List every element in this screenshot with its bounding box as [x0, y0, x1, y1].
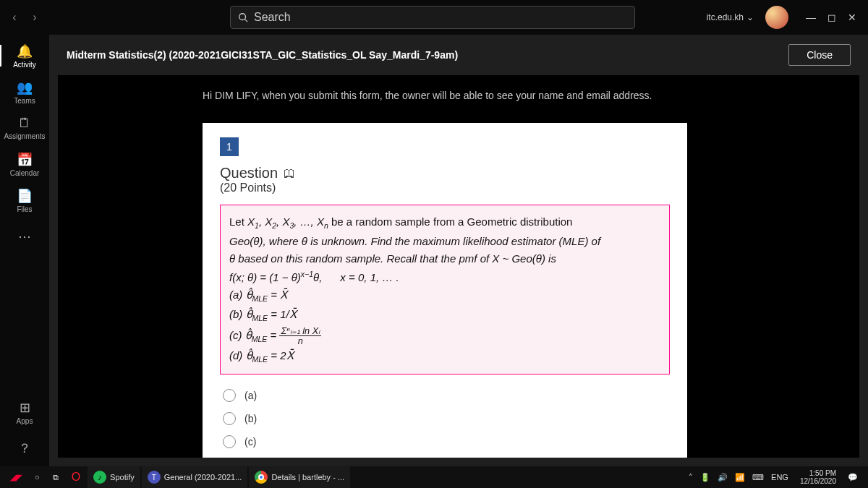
assignments-icon: 🗒 — [18, 116, 31, 131]
bell-icon: 🔔 — [17, 43, 33, 59]
taskbar-spotify[interactable]: ♪ Spotify — [88, 466, 140, 488]
question-body: Let X1, X2, X3, …, Xn be a random sample… — [220, 205, 670, 374]
svg-line-1 — [245, 20, 248, 22]
minimize-button[interactable]: — — [806, 12, 816, 23]
privacy-notice: Hi DIM LIFY, when you submit this form, … — [203, 90, 715, 101]
radio-icon — [223, 435, 236, 448]
more-icon: ⋯ — [18, 228, 31, 244]
form-area[interactable]: Hi DIM LIFY, when you submit this form, … — [58, 75, 859, 458]
search-placeholder: Search — [254, 11, 291, 24]
keyboard-icon[interactable]: ⌨ — [752, 473, 764, 482]
taskbar: ◢◤ ○ ⧉ O ♪ Spotify T General (2020-2021.… — [0, 466, 868, 488]
system-tray[interactable]: ˄ 🔋 🔊 📶 ⌨ ENG — [683, 473, 794, 482]
back-button[interactable]: ‹ — [6, 11, 23, 24]
option-c[interactable]: (c) — [223, 435, 670, 448]
taskbar-taskview[interactable]: ⧉ — [47, 466, 64, 488]
sidebar-item-apps[interactable]: ⊞ Apps — [0, 394, 49, 430]
help-icon: ？ — [18, 440, 31, 457]
search-input[interactable]: Search — [230, 6, 635, 29]
chevron-down-icon: ⌄ — [746, 12, 754, 22]
question-card: 1 Question 🕮 (20 Points) Let X1, X2, X3,… — [203, 123, 687, 458]
taskbar-opera[interactable]: O — [66, 466, 86, 488]
sidebar-item-more[interactable]: ⋯ — [0, 218, 49, 254]
radio-icon — [223, 412, 236, 425]
language-indicator[interactable]: ENG — [771, 473, 788, 481]
taskbar-clock[interactable]: 1:50 PM 12/16/2020 — [796, 469, 841, 485]
sidebar-item-activity[interactable]: 🔔 Activity — [0, 38, 49, 74]
taskbar-rog[interactable]: ◢◤ — [4, 466, 27, 488]
sidebar-item-teams[interactable]: 👥 Teams — [0, 74, 49, 110]
taskbar-teams[interactable]: T General (2020-2021... — [142, 466, 248, 488]
content-header: Midterm Statistics(2) (2020-2021GICI31ST… — [49, 35, 868, 75]
question-title: Question 🕮 — [220, 165, 670, 181]
title-bar: ‹ › Search itc.edu.kh ⌄ — ◻ ✕ — [0, 0, 868, 35]
org-label[interactable]: itc.edu.kh ⌄ — [707, 12, 754, 22]
calendar-icon: 📅 — [17, 152, 33, 168]
svg-point-0 — [239, 14, 246, 20]
radio-icon — [223, 389, 236, 402]
page-title: Midterm Statistics(2) (2020-2021GICI31ST… — [67, 49, 458, 61]
close-window-button[interactable]: ✕ — [848, 12, 856, 23]
search-icon — [238, 12, 248, 22]
avatar[interactable] — [765, 6, 788, 29]
apps-icon: ⊞ — [20, 400, 30, 416]
question-points: (20 Points) — [220, 181, 670, 194]
volume-icon[interactable]: 🔊 — [718, 473, 728, 482]
teams-icon: 👥 — [17, 80, 33, 95]
nav-arrows: ‹ › — [6, 11, 43, 24]
taskbar-chrome[interactable]: Details | bartleby - ... — [249, 466, 350, 488]
sidebar: 🔔 Activity 👥 Teams 🗒 Assignments 📅 Calen… — [0, 35, 49, 466]
files-icon: 📄 — [17, 188, 33, 204]
sidebar-item-help[interactable]: ？ — [0, 430, 49, 466]
taskbar-start[interactable]: ○ — [29, 466, 46, 488]
answer-options: (a) (b) (c) (d) — [220, 389, 670, 458]
option-b[interactable]: (b) — [223, 412, 670, 425]
option-a[interactable]: (a) — [223, 389, 670, 402]
window-controls: — ◻ ✕ — [800, 12, 862, 23]
question-number: 1 — [220, 137, 239, 156]
forward-button[interactable]: › — [26, 11, 43, 24]
wifi-icon[interactable]: 📶 — [735, 473, 745, 482]
close-button[interactable]: Close — [788, 44, 851, 66]
tray-expand-icon[interactable]: ˄ — [689, 473, 693, 482]
maximize-button[interactable]: ◻ — [827, 12, 836, 23]
sidebar-item-calendar[interactable]: 📅 Calendar — [0, 146, 49, 182]
content: Midterm Statistics(2) (2020-2021GICI31ST… — [49, 35, 868, 466]
sidebar-item-files[interactable]: 📄 Files — [0, 182, 49, 218]
sidebar-item-assignments[interactable]: 🗒 Assignments — [0, 110, 49, 146]
immersive-reader-icon[interactable]: 🕮 — [284, 167, 295, 180]
notifications-icon[interactable]: 💬 — [842, 466, 864, 488]
battery-icon[interactable]: 🔋 — [700, 473, 710, 482]
